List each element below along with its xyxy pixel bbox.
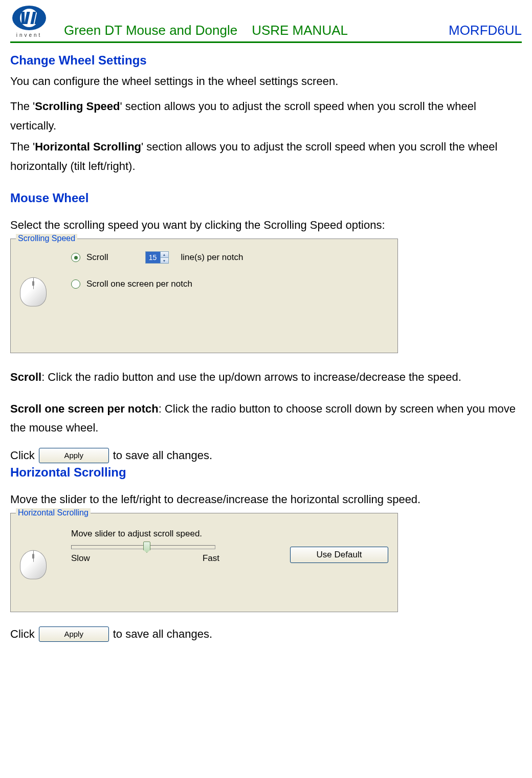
hp-logo: invent: [10, 5, 49, 38]
use-default-button[interactable]: Use Default: [290, 547, 388, 563]
slider-thumb[interactable]: [143, 542, 150, 553]
page-header: invent Green DT Mouse and Dongle USRE MA…: [10, 5, 522, 43]
desc-scroll-screen: Scroll one screen per notch: Click the r…: [10, 399, 522, 438]
intro-horizontal-scrolling: Move the slider to the left/right to dec…: [10, 490, 522, 509]
intro-change-wheel: You can configure the wheel settings in …: [10, 72, 522, 91]
header-title-product: Green DT Mouse and Dongle: [64, 23, 237, 38]
mouse-icon: [20, 550, 47, 579]
para-scrolling-speed: The 'Scrolling Speed' section allows you…: [10, 97, 522, 135]
panel-legend-scrolling-speed: Scrolling Speed: [16, 234, 77, 243]
apply-button[interactable]: Apply: [39, 448, 109, 463]
radio-scroll-screen-label: Scroll one screen per notch: [86, 279, 192, 289]
scroll-speed-slider[interactable]: [71, 545, 215, 549]
scroll-screen-row: Scroll one screen per notch: [71, 279, 388, 289]
intro-mouse-wheel: Select the scrolling speed you want by c…: [10, 215, 522, 234]
header-title-doctype: USRE MANUAL: [252, 23, 348, 38]
lines-per-notch-spinner[interactable]: 15 ▲ ▼: [145, 251, 169, 264]
radio-scroll-screen[interactable]: [71, 279, 80, 289]
logo-subtext: invent: [16, 32, 42, 38]
mouse-icon: [20, 277, 47, 307]
horizontal-scrolling-panel: Horizontal Scrolling Move slider to adju…: [10, 513, 398, 612]
scrolling-speed-panel: Scrolling Speed Scroll 15 ▲ ▼ line(s) pe…: [10, 239, 398, 353]
slider-fast-label: Fast: [203, 553, 219, 564]
header-titles: Green DT Mouse and Dongle USRE MANUAL MO…: [64, 23, 522, 38]
slider-instruction: Move slider to adjust scroll speed.: [71, 529, 388, 539]
lines-per-notch-label: line(s) per notch: [181, 252, 243, 263]
desc-scroll: Scroll: Click the radio button and use t…: [10, 368, 522, 386]
term-horizontal-scrolling: Horizontal Scrolling: [35, 140, 141, 153]
slider-slow-label: Slow: [71, 553, 90, 564]
para-horizontal-scrolling: The 'Horizontal Scrolling' section allow…: [10, 137, 522, 176]
heading-mouse-wheel: Mouse Wheel: [10, 191, 522, 205]
document-page: invent Green DT Mouse and Dongle USRE MA…: [0, 0, 532, 662]
spinner-value: 15: [146, 252, 160, 263]
radio-scroll-lines-label: Scroll: [86, 252, 108, 263]
heading-change-wheel: Change Wheel Settings: [10, 53, 522, 68]
heading-horizontal-scrolling: Horizontal Scrolling: [10, 465, 522, 480]
svg-rect-2: [21, 12, 25, 24]
panel-legend-horizontal: Horizontal Scrolling: [16, 508, 91, 517]
spinner-up-icon[interactable]: ▲: [160, 252, 168, 258]
click-apply-line-2: Click Apply to save all changes.: [10, 626, 522, 642]
radio-scroll-lines[interactable]: [71, 253, 80, 262]
click-apply-line-1: Click Apply to save all changes.: [10, 448, 522, 463]
spinner-down-icon[interactable]: ▼: [160, 258, 168, 264]
scroll-lines-row: Scroll 15 ▲ ▼ line(s) per notch: [71, 251, 388, 264]
apply-button[interactable]: Apply: [39, 626, 109, 642]
header-title-model: MORFD6UL: [449, 23, 522, 38]
term-scrolling-speed: Scrolling Speed: [35, 100, 120, 113]
